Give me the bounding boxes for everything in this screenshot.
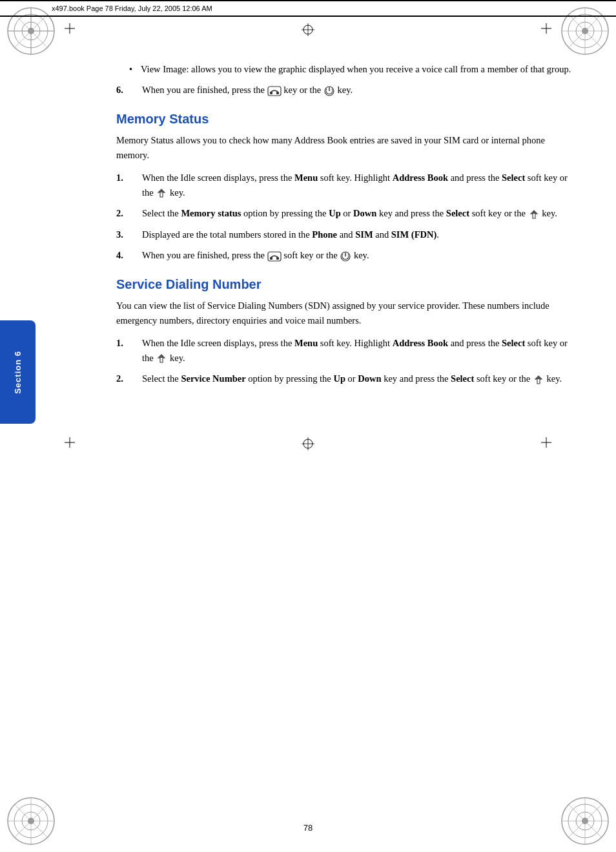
- service-dialing-intro: You can view the list of Service Dialing…: [116, 298, 577, 328]
- memory-step-2: 2. Select the Memory status option by pr…: [116, 206, 577, 220]
- nav-key-icon-2: [528, 209, 540, 220]
- step-6: 6. When you are finished, press the key …: [116, 83, 577, 97]
- svg-rect-42: [270, 92, 272, 94]
- reg-mark-bottom: [302, 437, 314, 450]
- svg-rect-41: [268, 87, 281, 96]
- memory-step-4: 4. When you are finished, press the soft…: [116, 248, 577, 262]
- header-text: x497.book Page 78 Friday, July 22, 2005 …: [52, 5, 212, 12]
- memory-step-1: 1. When the Idle screen displays, press …: [116, 171, 577, 200]
- main-content: Section 6 View Image: allows you to view…: [0, 49, 616, 431]
- page-number-area: 78: [0, 823, 616, 833]
- section-tab: Section 6: [0, 320, 36, 424]
- svg-rect-45: [268, 252, 281, 261]
- nav-key-icon-4: [533, 375, 544, 385]
- nav-key-icon-3: [156, 353, 167, 364]
- reg-cross-bottom-right: [541, 437, 551, 448]
- memory-status-intro: Memory Status allows you to check how ma…: [116, 133, 577, 163]
- end-key-icon-2: [267, 251, 282, 262]
- end-key-icon: [267, 86, 282, 96]
- reg-mark-top: [302, 23, 314, 36]
- corner-decoration-br: [559, 795, 611, 847]
- memory-status-heading: Memory Status: [116, 112, 577, 127]
- reg-cross-top-left: [65, 23, 75, 34]
- corner-decoration-bl: [5, 795, 57, 847]
- reg-cross-top-right: [541, 23, 551, 34]
- nav-key-icon-1: [156, 188, 167, 198]
- service-step-2: 2. Select the Service Number option by p…: [116, 371, 577, 386]
- reg-cross-bottom-left: [65, 437, 75, 448]
- page-number: 78: [303, 823, 313, 833]
- memory-step-3: 3. Displayed are the total numbers store…: [116, 227, 577, 242]
- service-step-1: 1. When the Idle screen displays, press …: [116, 336, 577, 365]
- section-label: Section 6: [13, 351, 23, 394]
- power-key-icon: [323, 85, 335, 97]
- svg-rect-46: [270, 257, 272, 260]
- svg-rect-47: [276, 257, 279, 260]
- service-dialing-heading: Service Dialing Number: [116, 277, 577, 292]
- page-header: x497.book Page 78 Friday, July 22, 2005 …: [0, 0, 616, 17]
- power-key-icon-2: [340, 251, 351, 262]
- svg-rect-43: [276, 92, 279, 94]
- bullet-view-image: View Image: allows you to view the graph…: [129, 62, 577, 76]
